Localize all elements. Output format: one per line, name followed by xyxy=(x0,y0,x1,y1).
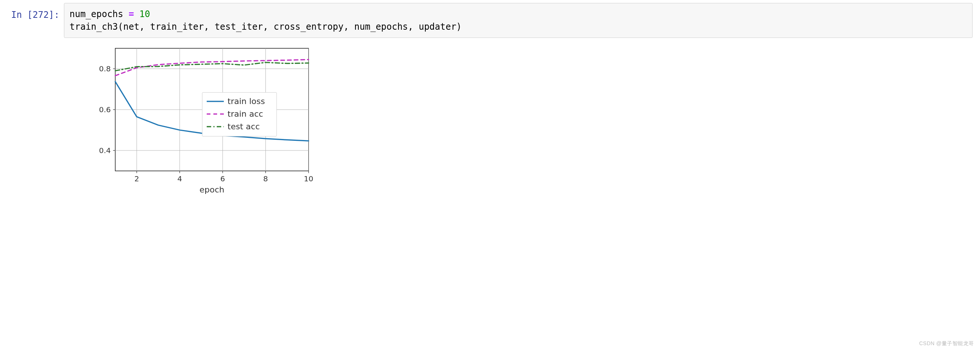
legend-label: test acc xyxy=(228,122,260,131)
chart-svg: 2468100.40.60.8epochtrain losstrain acct… xyxy=(89,44,320,197)
xtick-label: 2 xyxy=(134,174,139,183)
ytick-label: 0.6 xyxy=(99,105,111,114)
xtick-label: 8 xyxy=(263,174,268,183)
input-prompt: In [272]: xyxy=(0,3,64,22)
xtick-label: 10 xyxy=(304,174,313,183)
input-cell: In [272]: num_epochs = 10 train_ch3(net,… xyxy=(0,0,980,38)
ytick-label: 0.8 xyxy=(99,64,111,73)
legend-label: train acc xyxy=(228,109,263,119)
legend-label: train loss xyxy=(228,97,265,106)
code-token: num_epochs xyxy=(70,9,123,19)
series-train-acc xyxy=(115,59,309,75)
code-token: 10 xyxy=(139,9,150,19)
watermark: CSDN @量子智能龙哥 xyxy=(919,340,974,347)
code-token: = xyxy=(129,9,134,19)
ytick-label: 0.4 xyxy=(99,146,111,155)
code-token: train_ch3(net, train_iter, test_iter, cr… xyxy=(70,22,462,32)
xtick-label: 6 xyxy=(221,174,225,183)
x-axis-label: epoch xyxy=(200,185,224,194)
code-input[interactable]: num_epochs = 10 train_ch3(net, train_ite… xyxy=(64,3,972,38)
xtick-label: 4 xyxy=(177,174,182,183)
notebook-root: In [272]: num_epochs = 10 train_ch3(net,… xyxy=(0,0,980,350)
output-area: 2468100.40.60.8epochtrain losstrain acct… xyxy=(59,38,980,197)
training-chart: 2468100.40.60.8epochtrain losstrain acct… xyxy=(89,44,320,197)
